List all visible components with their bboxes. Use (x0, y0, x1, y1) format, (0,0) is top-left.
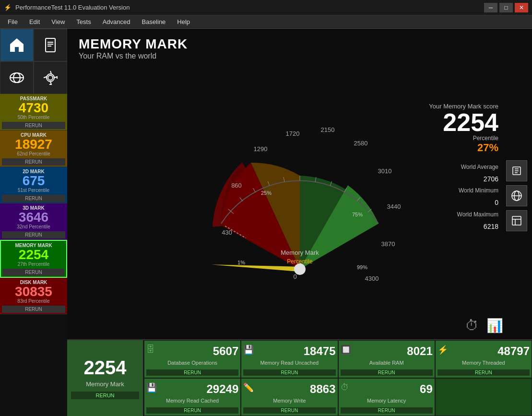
diskmark-section: DISK MARK 30835 83rd Percentile RERUN (0, 278, 67, 314)
memwrite-score: 8863 (310, 382, 335, 396)
benchmark-cell-4: 💾 29249 Memory Read Cached RERUN (144, 378, 241, 416)
benchmark-cell-0: 🗄 5607 Database Operations RERUN (144, 340, 241, 378)
memwrite-rerun[interactable]: RERUN (243, 407, 335, 414)
memread-score: 18475 (304, 345, 336, 358)
svg-text:25%: 25% (260, 190, 271, 196)
gauge-svg: 0 430 860 1290 1720 2150 2580 3010 3440 … (170, 111, 429, 293)
world-max-label: World Maximum (393, 209, 498, 220)
db-label: Database Operations (167, 360, 217, 366)
db-rerun[interactable]: RERUN (146, 369, 238, 376)
score-panel: Your Memory Mark score 2254 Percentile 2… (393, 103, 498, 233)
svg-text:1720: 1720 (285, 130, 299, 137)
memlat-score: 69 (420, 382, 433, 396)
menu-file[interactable]: File (2, 16, 24, 27)
memwrite-icon: ✏️ (243, 382, 254, 393)
minimize-button[interactable]: ─ (484, 3, 497, 12)
memread-icon: 💾 (243, 345, 254, 355)
content-area: MEMORY MARK Your RAM vs the world (67, 29, 532, 416)
mark3d-percentile: 32nd Percentile (0, 224, 67, 230)
bottom-action-icons: ⏱ 📊 (465, 318, 503, 333)
memthread-label: Memory Threaded (462, 360, 505, 366)
svg-rect-47 (512, 216, 521, 225)
svg-text:2150: 2150 (320, 126, 334, 133)
sidebar-network-icon[interactable] (0, 61, 34, 94)
menu-baseline[interactable]: Baseline (136, 16, 171, 27)
memthread-icon: ⚡ (437, 345, 448, 355)
content-header: MEMORY MARK Your RAM vs the world (67, 29, 532, 64)
svg-point-7 (48, 75, 53, 80)
percentile-value: 27% (393, 142, 498, 154)
benchmark-cell-3: ⚡ 48797 Memory Threaded RERUN (435, 340, 532, 378)
benchmark-empty (435, 378, 532, 416)
maximize-button[interactable]: □ (499, 3, 513, 12)
sidebar-info-icon[interactable] (34, 29, 67, 61)
page-subtitle: Your RAM vs the world (79, 52, 520, 60)
close-button[interactable]: ✕ (515, 3, 528, 12)
titlebar: ⚡ PerformanceTest 11.0 Evaluation Versio… (0, 0, 532, 15)
ram-label: Available RAM (369, 360, 404, 366)
benchmark-grid: 2254 Memory Mark RERUN 🗄 5607 Database O… (67, 339, 532, 416)
mark2d-rerun[interactable]: RERUN (2, 195, 65, 202)
passmark-rerun[interactable]: RERUN (2, 122, 65, 129)
world-average-label: World Average (393, 162, 498, 173)
ram-score: 8021 (407, 345, 432, 358)
mark2d-section: 2D MARK 675 51st Percentile RERUN (0, 167, 67, 203)
globe-button[interactable] (506, 185, 527, 206)
memlat-icon: ⏱ (341, 382, 349, 392)
svg-text:3010: 3010 (378, 167, 391, 175)
memcache-score: 29249 (207, 382, 239, 396)
svg-text:Memory Mark: Memory Mark (281, 249, 319, 256)
ram-rerun[interactable]: RERUN (341, 369, 433, 376)
benchmark-main-score: 2254 (84, 357, 127, 379)
mark2d-percentile: 51st Percentile (0, 188, 67, 194)
mark-block: PASSMARK 4730 50th Percentile RERUN CPU … (0, 94, 67, 314)
main-layout: PASSMARK 4730 50th Percentile RERUN CPU … (0, 29, 532, 416)
memlat-label: Memory Latency (367, 398, 406, 404)
memmark-rerun[interactable]: RERUN (3, 269, 64, 276)
sidebar-top-icons (0, 29, 67, 61)
cpumark-percentile: 62nd Percentile (0, 151, 67, 157)
menu-view[interactable]: View (46, 16, 71, 27)
diskmark-rerun[interactable]: RERUN (2, 306, 65, 313)
mark3d-rerun[interactable]: RERUN (2, 231, 65, 238)
memlat-rerun[interactable]: RERUN (341, 407, 433, 414)
svg-text:99%: 99% (356, 264, 367, 270)
speedometer-icon[interactable]: ⏱ (465, 318, 479, 333)
titlebar-left: ⚡ PerformanceTest 11.0 Evaluation Versio… (4, 4, 130, 11)
svg-text:Percentile: Percentile (287, 258, 313, 265)
memthread-rerun[interactable]: RERUN (437, 369, 530, 376)
mark3d-section: 3D MARK 3646 32nd Percentile RERUN (0, 203, 67, 240)
menu-edit[interactable]: Edit (24, 16, 46, 27)
memwrite-label: Memory Write (273, 398, 306, 404)
world-max-value: 6218 (393, 220, 498, 233)
right-icon-panel (506, 160, 527, 231)
svg-text:0: 0 (293, 273, 296, 280)
menu-tests[interactable]: Tests (71, 16, 96, 27)
memmark-score: 2254 (1, 248, 66, 261)
chart-button[interactable] (506, 210, 527, 231)
sidebar-settings-icon[interactable] (34, 61, 67, 94)
diskmark-percentile: 83rd Percentile (0, 298, 67, 305)
benchmark-main-rerun[interactable]: RERUN (71, 392, 139, 399)
sidebar-home-icon[interactable] (0, 29, 34, 61)
memthread-score: 48797 (497, 345, 530, 358)
menu-help[interactable]: Help (171, 16, 196, 27)
menu-advanced[interactable]: Advanced (97, 16, 136, 27)
memcache-rerun[interactable]: RERUN (146, 407, 238, 414)
sidebar-bottom-icons (0, 61, 67, 94)
ram-icon: 🔲 (341, 345, 351, 355)
memread-rerun[interactable]: RERUN (243, 369, 335, 376)
cpumark-rerun[interactable]: RERUN (2, 158, 65, 166)
export-button[interactable] (506, 160, 527, 181)
mark3d-score: 3646 (0, 211, 67, 224)
sidebar: PASSMARK 4730 50th Percentile RERUN CPU … (0, 29, 67, 416)
menubar: File Edit View Tests Advanced Baseline H… (0, 15, 532, 29)
diskmark-score: 30835 (0, 285, 67, 298)
cpumark-score: 18927 (0, 138, 67, 151)
passmark-section: PASSMARK 4730 50th Percentile RERUN (0, 94, 67, 131)
svg-rect-0 (46, 38, 55, 52)
svg-text:4300: 4300 (365, 275, 378, 282)
gauge-area: 0 430 860 1290 1720 2150 2580 3010 3440 … (67, 64, 532, 339)
chart-line-icon[interactable]: 📊 (486, 318, 503, 333)
passmark-percentile: 50th Percentile (0, 115, 67, 121)
